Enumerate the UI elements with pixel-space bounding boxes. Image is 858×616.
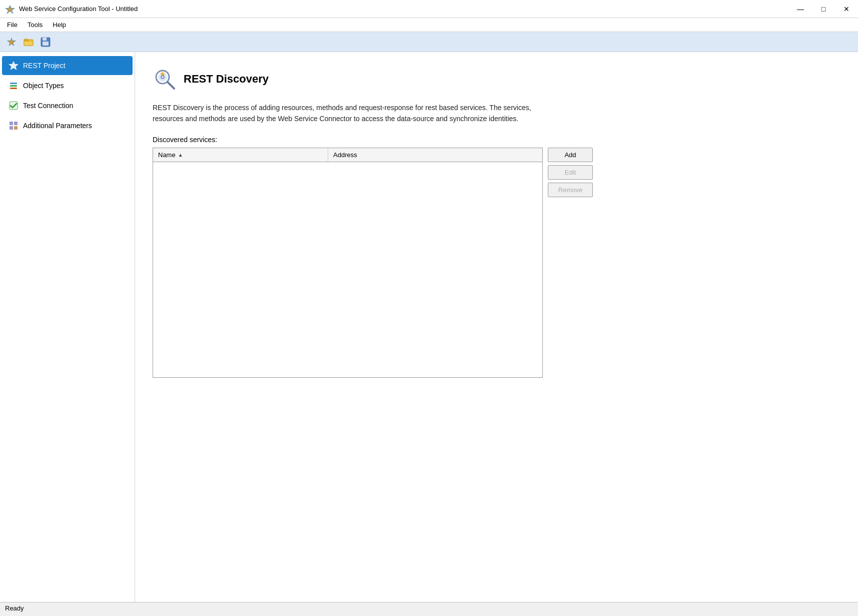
- close-button[interactable]: ✕: [835, 0, 858, 18]
- rest-discovery-icon: [153, 67, 177, 91]
- remove-button[interactable]: Remove: [548, 183, 593, 197]
- window-title: Web Service Configuration Tool - Untitle…: [19, 5, 138, 13]
- minimize-button[interactable]: —: [789, 0, 812, 18]
- content-description: REST Discovery is the process of adding …: [153, 102, 563, 125]
- svg-rect-6: [24, 39, 28, 41]
- sidebar-item-object-types[interactable]: Object Types: [2, 76, 133, 95]
- table-body: [153, 162, 542, 372]
- title-bar-left: Web Service Configuration Tool - Untitle…: [0, 4, 138, 14]
- status-text: Ready: [5, 604, 24, 612]
- svg-point-24: [162, 76, 164, 78]
- svg-rect-17: [10, 122, 13, 125]
- sidebar-item-test-connection-label: Test Connection: [23, 102, 73, 110]
- menu-help[interactable]: Help: [48, 19, 71, 31]
- menu-tools[interactable]: Tools: [23, 19, 48, 31]
- add-button[interactable]: Add: [548, 148, 593, 162]
- content-header: REST Discovery: [153, 67, 840, 91]
- svg-rect-20: [14, 126, 18, 130]
- svg-marker-12: [9, 61, 19, 70]
- svg-rect-9: [43, 38, 47, 41]
- sort-arrow-icon: ▲: [178, 152, 183, 158]
- sidebar-item-additional-parameters-label: Additional Parameters: [23, 122, 92, 130]
- new-button[interactable]: [4, 35, 19, 49]
- title-bar: Web Service Configuration Tool - Untitle…: [0, 0, 858, 18]
- menu-bar: File Tools Help: [0, 18, 858, 32]
- svg-rect-15: [10, 88, 17, 89]
- toolbar: [0, 32, 858, 52]
- table-header: Name ▲ Address: [153, 148, 542, 162]
- sidebar-item-test-connection[interactable]: Test Connection: [2, 96, 133, 115]
- sidebar-item-additional-parameters[interactable]: Additional Parameters: [2, 116, 133, 135]
- services-table: Name ▲ Address: [153, 148, 543, 378]
- sidebar: REST Project Object Types: [0, 52, 135, 602]
- svg-marker-3: [8, 39, 16, 46]
- test-connection-icon: [8, 100, 19, 111]
- open-icon: [23, 37, 34, 48]
- svg-rect-7: [24, 41, 33, 46]
- app-icon: [5, 4, 15, 14]
- svg-rect-19: [10, 126, 13, 130]
- rest-project-icon: [8, 60, 19, 71]
- status-bar: Ready: [0, 602, 858, 616]
- save-button[interactable]: [38, 35, 53, 49]
- sidebar-item-object-types-label: Object Types: [23, 82, 64, 90]
- main-area: REST Project Object Types: [0, 52, 858, 602]
- action-buttons: Add Edit Remove: [548, 148, 593, 197]
- svg-rect-13: [10, 83, 17, 84]
- sidebar-item-rest-project[interactable]: REST Project: [2, 56, 133, 75]
- col-address-header[interactable]: Address: [328, 148, 542, 162]
- save-icon: [40, 37, 51, 48]
- content-title: REST Discovery: [184, 73, 269, 86]
- maximize-button[interactable]: □: [812, 0, 835, 18]
- table-container: Name ▲ Address Add Edit Remove: [153, 148, 840, 378]
- edit-button[interactable]: Edit: [548, 165, 593, 180]
- svg-rect-14: [10, 85, 17, 87]
- menu-file[interactable]: File: [2, 19, 23, 31]
- open-button[interactable]: [21, 35, 36, 49]
- new-icon: [6, 37, 17, 48]
- sidebar-item-rest-project-label: REST Project: [23, 62, 66, 70]
- col-name-header[interactable]: Name ▲: [153, 148, 328, 162]
- col-name-label: Name: [158, 151, 176, 159]
- discovered-services-label: Discovered services:: [153, 136, 840, 144]
- object-types-icon: [8, 80, 19, 91]
- content-panel: REST Discovery REST Discovery is the pro…: [135, 52, 858, 602]
- title-bar-controls: — □ ✕: [789, 0, 858, 18]
- svg-line-25: [168, 82, 174, 89]
- col-address-label: Address: [333, 151, 357, 159]
- svg-rect-10: [43, 42, 49, 46]
- svg-rect-18: [14, 122, 18, 125]
- additional-parameters-icon: [8, 120, 19, 131]
- svg-rect-11: [47, 38, 48, 40]
